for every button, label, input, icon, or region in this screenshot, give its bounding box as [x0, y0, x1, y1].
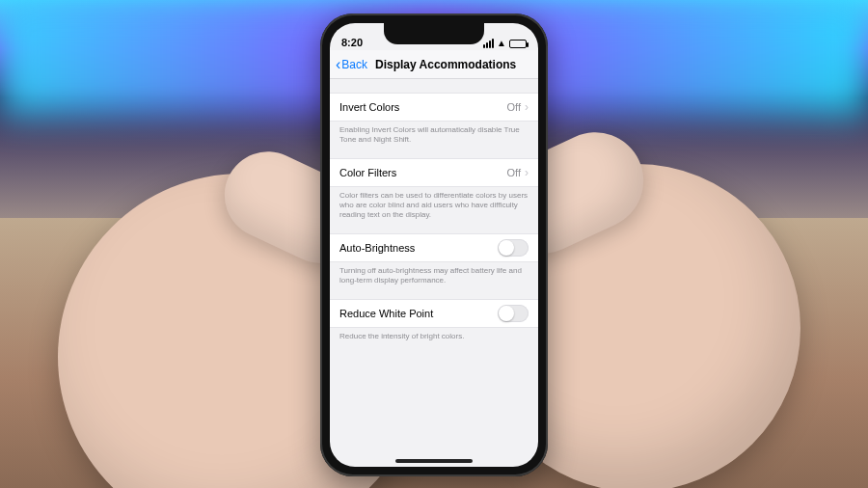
nav-bar: ‹ Back Display Accommodations: [330, 50, 538, 79]
row-footer: Turning off auto-brightness may affect b…: [330, 262, 538, 285]
row-label: Reduce White Point: [339, 308, 433, 319]
row-reduce-white-point: Reduce White Point: [330, 299, 538, 328]
back-button[interactable]: ‹ Back: [336, 57, 367, 72]
row-color-filters[interactable]: Color Filters Off ›: [330, 158, 538, 187]
back-label: Back: [341, 58, 367, 71]
chevron-right-icon: ›: [525, 100, 529, 114]
wifi-icon: ▲: [497, 39, 506, 48]
page-title: Display Accommodations: [369, 58, 532, 71]
home-indicator[interactable]: [395, 459, 473, 463]
chevron-left-icon: ‹: [336, 57, 340, 72]
screen: 8:20 ▲ ‹ Back Display Accommodations Inv…: [330, 23, 538, 467]
row-label: Auto-Brightness: [339, 242, 415, 254]
row-footer: Reduce the intensity of bright colors.: [330, 328, 538, 341]
cellular-icon: [483, 39, 494, 48]
row-label: Invert Colors: [339, 101, 399, 113]
row-value: Off: [507, 167, 521, 178]
reduce-white-point-toggle[interactable]: [498, 305, 529, 322]
notch: [384, 23, 484, 44]
row-auto-brightness: Auto-Brightness: [330, 233, 538, 262]
iphone-frame: 8:20 ▲ ‹ Back Display Accommodations Inv…: [320, 14, 548, 476]
row-label: Color Filters: [339, 167, 396, 178]
row-footer: Color filters can be used to differentia…: [330, 187, 538, 220]
row-footer: Enabling Invert Colors will automaticall…: [330, 122, 538, 145]
battery-icon: [509, 40, 527, 48]
chevron-right-icon: ›: [525, 166, 529, 179]
row-invert-colors[interactable]: Invert Colors Off ›: [330, 93, 538, 122]
row-value: Off: [507, 101, 521, 113]
clock: 8:20: [341, 37, 363, 48]
settings-list[interactable]: Invert Colors Off › Enabling Invert Colo…: [330, 79, 538, 341]
auto-brightness-toggle[interactable]: [498, 239, 529, 257]
